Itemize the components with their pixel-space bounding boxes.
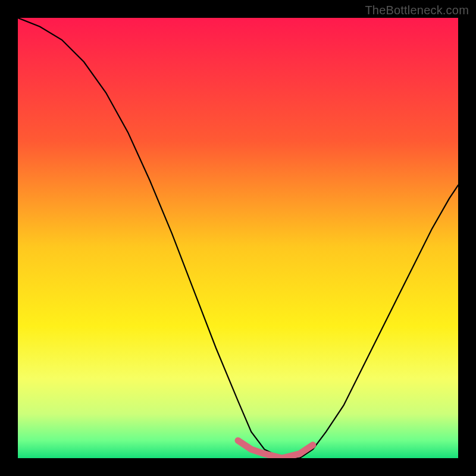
- watermark-text: TheBottleneck.com: [365, 4, 469, 17]
- curve-layer: [18, 18, 458, 458]
- plot-area: [18, 18, 458, 458]
- bottleneck-curve: [18, 18, 458, 458]
- optimal-zone-curve: [238, 440, 313, 458]
- chart-frame: TheBottleneck.com: [0, 0, 476, 476]
